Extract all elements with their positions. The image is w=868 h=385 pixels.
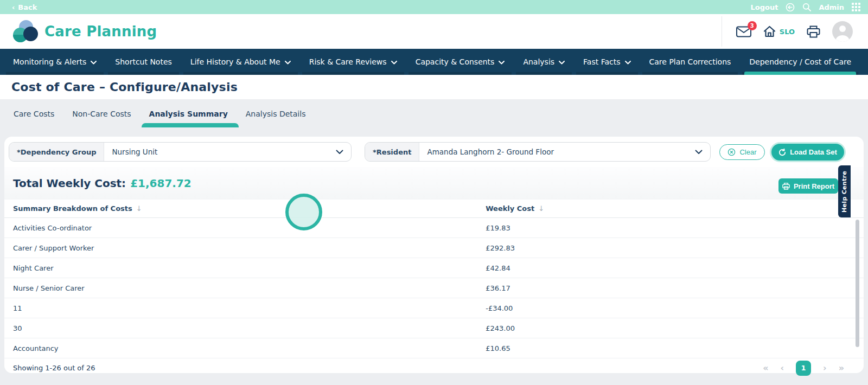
table-row[interactable]: Nurse / Senior Carer£36.17: [4, 278, 864, 298]
print-button-label: Print Report: [794, 182, 834, 190]
dependency-group-value: Nursing Unit: [104, 147, 336, 156]
chevron-down-icon: [336, 150, 343, 155]
search-icon[interactable]: [802, 3, 811, 11]
admin-menu[interactable]: Admin: [819, 3, 844, 11]
page-title: Cost of Care – Configure/Analysis: [11, 80, 238, 94]
nav-item-shortcut-notes[interactable]: Shortcut Notes: [106, 49, 181, 75]
nav-item-fast-facts[interactable]: Fast Facts: [574, 49, 640, 75]
nav-item-analysis[interactable]: Analysis: [514, 49, 574, 75]
nav-items: Monitoring & AlertsShortcut NotesLife Hi…: [4, 49, 860, 75]
tab-bar: Care CostsNon-Care CostsAnalysis Summary…: [0, 99, 868, 128]
total-weekly-cost-value: £1,687.72: [130, 177, 192, 190]
app-title: Care Planning: [44, 23, 157, 40]
nav-item-dependency-cost-of-care[interactable]: Dependency / Cost of Care: [740, 49, 860, 75]
dependency-group-label: *Dependency Group: [9, 143, 104, 161]
user-avatar[interactable]: [832, 21, 853, 42]
nav-item-label: Shortcut Notes: [115, 57, 172, 66]
resident-label: *Resident: [365, 143, 419, 161]
nav-item-label: Life History & About Me: [190, 57, 280, 66]
help-centre-tab[interactable]: Help Centre: [838, 165, 851, 217]
row-weekly-cost: £42.84: [477, 264, 864, 272]
back-button[interactable]: Back: [18, 3, 37, 11]
apps-grid-icon[interactable]: [852, 3, 860, 11]
content-card: *Dependency Group Nursing Unit *Resident…: [4, 137, 864, 373]
column-header-breakdown[interactable]: Summary Breakdown of Costs ↓: [4, 204, 477, 213]
tab-analysis-details[interactable]: Analysis Details: [244, 106, 308, 121]
tab-non-care-costs[interactable]: Non-Care Costs: [70, 106, 133, 121]
summary-band: Total Weekly Cost: £1,687.72 Print Repor…: [4, 167, 864, 200]
loading-spinner: [285, 194, 322, 230]
filter-row: *Dependency Group Nursing Unit *Resident…: [4, 137, 864, 167]
row-cost-name: 30: [4, 324, 477, 332]
table-row[interactable]: Activities Co-ordinator£19.83: [4, 218, 864, 238]
clear-button-label: Clear: [739, 148, 756, 156]
print-report-button[interactable]: Print Report: [778, 178, 838, 194]
logout-button[interactable]: Logout: [750, 3, 778, 11]
tab-analysis-summary[interactable]: Analysis Summary: [147, 106, 230, 121]
nav-item-risk-care-reviews[interactable]: Risk & Care Reviews: [300, 49, 406, 75]
column-header-weekly-cost[interactable]: Weekly Cost ↓: [477, 204, 864, 213]
row-weekly-cost: -£34.00: [477, 304, 864, 312]
last-page-button[interactable]: »: [839, 364, 844, 373]
row-weekly-cost: £10.65: [477, 344, 864, 352]
row-cost-name: Accountancy: [4, 344, 477, 352]
clear-button[interactable]: Clear: [719, 144, 765, 160]
chevron-down-icon: [499, 61, 505, 65]
site-code-label: SLO: [780, 28, 795, 36]
nav-item-life-history-about-me[interactable]: Life History & About Me: [181, 49, 300, 75]
help-centre-label: Help Centre: [841, 171, 848, 213]
total-weekly-cost-label: Total Weekly Cost:: [13, 177, 126, 190]
app-header: Care Planning 3 SLO: [0, 14, 868, 49]
sort-down-icon[interactable]: ↓: [538, 204, 544, 213]
messages-button[interactable]: 3: [736, 26, 751, 37]
clear-circle-x-icon: [727, 148, 736, 156]
nav-item-label: Capacity & Consents: [416, 57, 495, 66]
table-row[interactable]: Carer / Support Worker£292.83: [4, 238, 864, 258]
home-button[interactable]: SLO: [763, 25, 795, 37]
table-row[interactable]: 30£243.00: [4, 318, 864, 338]
nav-item-capacity-consents[interactable]: Capacity & Consents: [406, 49, 514, 75]
nav-item-monitoring-alerts[interactable]: Monitoring & Alerts: [4, 49, 106, 75]
nav-item-label: Analysis: [523, 57, 554, 66]
scrollbar[interactable]: [856, 220, 859, 347]
current-page-button[interactable]: 1: [796, 361, 811, 376]
resident-value: Amanda Langhorn 2- Ground Floor: [419, 147, 695, 156]
load-data-set-button[interactable]: Load Data Set: [771, 144, 844, 161]
sort-down-icon[interactable]: ↓: [136, 204, 142, 213]
print-icon[interactable]: [807, 25, 820, 38]
back-chevron-icon: ‹: [12, 4, 15, 11]
nav-item-care-plan-corrections[interactable]: Care Plan Corrections: [640, 49, 741, 75]
chevron-down-icon: [625, 61, 631, 65]
nav-item-label: Risk & Care Reviews: [309, 57, 387, 66]
table-row[interactable]: Accountancy£10.65: [4, 338, 864, 358]
previous-page-button[interactable]: ‹: [780, 364, 784, 373]
chevron-down-icon: [559, 61, 565, 65]
column-label: Weekly Cost: [486, 204, 534, 213]
pagination: « ‹ 1 › »: [763, 361, 844, 376]
logout-icon[interactable]: [786, 3, 795, 12]
first-page-button[interactable]: «: [763, 364, 768, 373]
printer-icon: [782, 183, 790, 190]
row-weekly-cost: £19.83: [477, 224, 864, 232]
tab-care-costs[interactable]: Care Costs: [11, 106, 56, 121]
table-row[interactable]: Night Carer£42.84: [4, 258, 864, 278]
home-icon: [763, 25, 776, 37]
next-page-button[interactable]: ›: [823, 364, 827, 373]
header-divider: [722, 16, 722, 47]
chevron-down-icon: [695, 150, 703, 155]
row-cost-name: Night Carer: [4, 264, 477, 272]
dependency-group-select[interactable]: *Dependency Group Nursing Unit: [9, 142, 352, 162]
table-footer: Showing 1-26 out of 26 « ‹ 1 › »: [4, 358, 864, 377]
chevron-down-icon: [391, 61, 397, 65]
main-nav: Monitoring & AlertsShortcut NotesLife Hi…: [0, 49, 868, 75]
table-row[interactable]: 11-£34.00: [4, 298, 864, 318]
message-count-badge: 3: [748, 21, 757, 30]
resident-select[interactable]: *Resident Amanda Langhorn 2- Ground Floo…: [365, 142, 711, 162]
nav-item-label: Dependency / Cost of Care: [749, 57, 851, 66]
refresh-icon: [778, 149, 786, 156]
nav-item-label: Care Plan Corrections: [649, 57, 731, 66]
chevron-down-icon: [285, 61, 291, 65]
nav-item-label: Fast Facts: [583, 57, 620, 66]
chevron-down-icon: [91, 61, 97, 65]
pagination-status: Showing 1-26 out of 26: [13, 364, 95, 372]
